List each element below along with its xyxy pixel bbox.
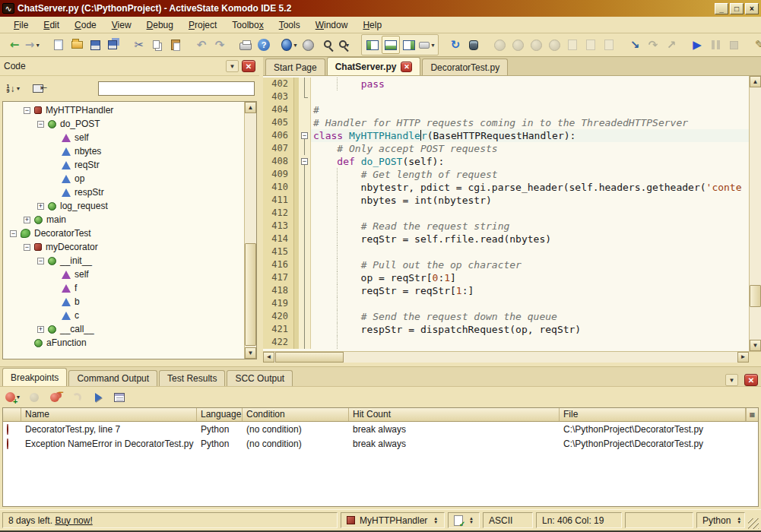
menu-project[interactable]: Project [181,17,224,33]
fold-margin[interactable] [299,297,311,310]
code-line-408[interactable]: 408− def do_POST(self): [263,155,749,168]
scc-update-button[interactable] [509,36,527,54]
tree-item-init[interactable]: −__init__ [3,254,244,268]
language-spinner-icon[interactable]: ▲▼ [737,517,741,524]
scc-diff-button[interactable] [582,36,600,54]
add-breakpoint-button[interactable]: ▼ [4,388,22,407]
refresh-status-button[interactable]: ↻ [446,36,465,54]
breakpoint-row[interactable]: Exception NameError in DecoratorTest.pyP… [3,436,758,451]
toggle-breakpoint-state-button[interactable] [68,388,86,407]
menu-file[interactable]: File [6,17,36,33]
bottom-panel-menu-button[interactable]: ▼ [725,374,738,386]
close-button[interactable]: × [745,3,759,14]
paste-button[interactable] [166,36,185,54]
scroll-left-icon[interactable]: ◄ [263,352,274,363]
fold-margin[interactable] [299,103,311,116]
tab-breakpoints[interactable]: Breakpoints [2,368,67,386]
collapse-icon[interactable]: − [10,230,17,237]
breakpoint-margin[interactable] [293,258,299,271]
ui-options-button[interactable]: ▼ [418,36,436,54]
breakpoint-margin[interactable] [293,336,299,349]
editor-hscrollbar-thumb[interactable] [275,352,344,363]
save-button[interactable] [86,36,104,54]
tree-item-dopost[interactable]: −do_POST [3,117,244,131]
dropdown-arrow-icon[interactable]: ▼ [430,43,436,48]
column-language[interactable]: Language [197,408,243,421]
tree-item-nbytes[interactable]: nbytes [3,144,244,158]
syntax-spinner-icon[interactable]: ▲▼ [469,517,474,524]
scroll-down-icon[interactable]: ▼ [750,340,761,351]
tree-item-b[interactable]: b [3,295,244,309]
code-line-416[interactable]: 416 # Pull out the op character [263,258,749,271]
code-editor[interactable]: 402 pass403404#405# Handler for HTTP req… [263,76,749,351]
fold-margin[interactable] [299,271,311,284]
collapse-icon[interactable]: − [37,258,44,264]
forward-button[interactable]: →▼ [24,36,42,54]
scroll-right-icon[interactable]: ► [737,352,749,363]
code-line-411[interactable]: 411 nbytes = int(nbytestr) [263,194,749,207]
breakpoint-icon[interactable] [7,424,8,435]
column-picker-icon[interactable]: ▦ [746,408,758,421]
panel-menu-button[interactable]: ▼ [226,60,239,72]
menu-code[interactable]: Code [67,17,104,33]
open-file-button[interactable] [68,36,86,54]
fold-margin[interactable] [299,233,311,245]
breakpoint-row[interactable]: DecoratorTest.py, line 7Python(no condit… [3,422,758,436]
copy-button[interactable] [148,36,166,54]
expand-icon[interactable]: + [37,203,44,210]
code-line-406[interactable]: 406−class MyHTTPHandler(BaseHTTPRequestH… [263,129,749,142]
current-symbol-segment[interactable]: MyHTTPHandler ▲▼ [341,512,445,528]
code-line-421[interactable]: 421 respStr = dispatchRequest(op, reqStr… [263,323,749,336]
step-out-button[interactable]: ↗ [662,36,680,54]
scc-refresh-button[interactable] [490,36,509,54]
breakpoint-margin[interactable] [293,103,299,116]
fold-margin[interactable] [299,258,311,271]
menu-debug[interactable]: Debug [139,17,181,33]
breakpoint-margin[interactable] [293,194,299,207]
breakpoint-margin[interactable] [293,245,299,258]
pause-button[interactable] [706,36,725,54]
breakpoint-icon[interactable] [7,439,8,449]
editor-vscrollbar-thumb[interactable] [750,285,761,307]
symbol-filter-input[interactable] [98,81,255,96]
fold-margin[interactable] [299,142,311,155]
fold-collapse-icon[interactable]: − [301,158,308,165]
sort-order-button[interactable]: 19↓ ▼ [5,80,23,98]
scc-commit-button[interactable] [600,36,618,54]
print-button[interactable] [236,36,255,54]
column-hit-count[interactable]: Hit Count [349,408,560,421]
tab-test-results[interactable]: Test Results [159,370,225,386]
minimize-button[interactable]: _ [715,3,728,14]
menu-tools[interactable]: Tools [271,17,308,33]
cut-button[interactable]: ✂ [130,36,148,54]
fold-margin[interactable]: − [299,129,311,142]
fold-margin[interactable] [299,194,311,207]
code-line-418[interactable]: 418 reqStr = reqStr[1:] [263,284,749,297]
column-condition[interactable]: Condition [243,408,349,421]
step-into-button[interactable]: ↘ [626,36,644,54]
code-line-422[interactable]: 422 [263,336,749,349]
menu-window[interactable]: Window [308,17,356,33]
tree-item-self[interactable]: self [3,131,244,144]
code-line-404[interactable]: 404# [263,103,749,116]
scc-remove-button[interactable] [545,36,563,54]
fold-margin[interactable]: − [299,155,311,168]
toggle-right-pane-button[interactable] [400,36,418,54]
fold-margin[interactable] [299,90,311,103]
breakpoint-margin[interactable] [293,155,299,168]
expand-icon[interactable]: + [24,217,30,223]
tab-start-page[interactable]: Start Page [265,59,325,75]
tree-item-reqstr[interactable]: reqStr [3,158,244,172]
breakpoint-margin[interactable] [293,90,299,103]
redo-button[interactable]: ↷ [211,36,229,54]
column-name[interactable]: Name [21,408,197,421]
editor-vscrollbar[interactable]: ▲ ▼ [749,76,761,351]
syntax-check-segment[interactable]: ▲▼ [448,512,480,528]
new-file-button[interactable] [49,36,68,54]
maximize-button[interactable]: □ [730,3,744,14]
delete-all-breakpoints-button[interactable] [46,388,65,407]
breakpoint-margin[interactable] [293,116,299,129]
add-tool-button[interactable] [465,36,483,54]
editor-hscrollbar[interactable]: ◄ ► [263,351,749,363]
code-line-403[interactable]: 403 [263,90,749,103]
